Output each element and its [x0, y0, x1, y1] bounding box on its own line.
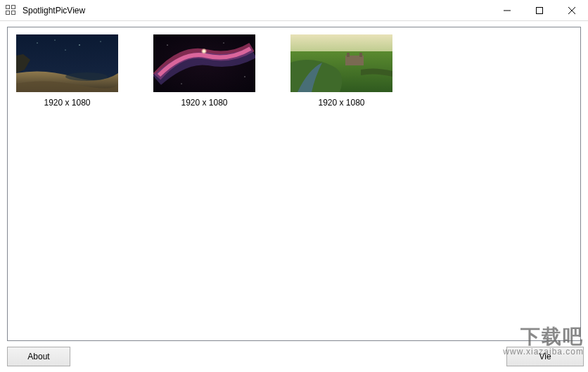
thumbnail-image — [153, 34, 255, 92]
thumbnail-caption: 1920 x 1080 — [181, 98, 227, 108]
client-area: 1920 x 1080 — [0, 21, 588, 372]
svg-point-7 — [79, 44, 79, 45]
button-row: About Vie — [7, 347, 581, 366]
thumbnail-item[interactable]: 1920 x 1080 — [153, 34, 255, 108]
maximize-button[interactable] — [523, 0, 556, 21]
svg-rect-1 — [537, 7, 543, 13]
svg-point-10 — [65, 72, 108, 81]
svg-rect-19 — [345, 56, 364, 65]
svg-rect-17 — [290, 34, 392, 54]
svg-point-16 — [181, 84, 182, 84]
svg-point-5 — [37, 42, 37, 43]
thumbnail-item[interactable]: 1920 x 1080 — [16, 34, 118, 108]
thumbnail-caption: 1920 x 1080 — [44, 98, 90, 108]
thumbnail-row: 1920 x 1080 — [16, 34, 572, 108]
close-button[interactable] — [556, 0, 588, 21]
svg-point-13 — [167, 44, 167, 45]
svg-point-8 — [101, 41, 101, 42]
thumbnail-caption: 1920 x 1080 — [318, 98, 364, 108]
svg-point-6 — [55, 40, 56, 41]
gallery-panel: 1920 x 1080 — [7, 27, 581, 341]
svg-rect-21 — [359, 53, 362, 57]
thumbnail-item[interactable]: 1920 x 1080 — [290, 34, 392, 108]
svg-point-9 — [65, 50, 66, 51]
app-icon — [6, 5, 17, 16]
titlebar: SpotlightPicView — [0, 0, 588, 21]
view-button[interactable]: Vie — [506, 347, 584, 366]
svg-point-14 — [244, 76, 245, 77]
about-button[interactable]: About — [7, 347, 70, 366]
minimize-button[interactable] — [491, 0, 523, 21]
svg-rect-20 — [347, 53, 350, 57]
window-title: SpotlightPicView — [21, 6, 85, 15]
thumbnail-image — [16, 34, 118, 92]
svg-point-15 — [224, 43, 224, 44]
svg-point-12 — [194, 44, 214, 64]
thumbnail-image — [290, 34, 392, 92]
